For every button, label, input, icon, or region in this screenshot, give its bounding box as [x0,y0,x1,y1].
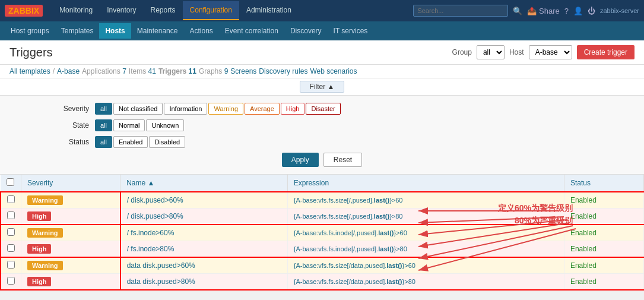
status-buttons: all Enabled Disabled [95,136,185,148]
triggers-table: Severity Name ▲ Expression Status Warnin… [0,175,644,290]
breadcrumb-graphs[interactable]: Graphs 9 [199,67,228,75]
row-checkbox[interactable] [7,228,15,236]
sev-btn-high[interactable]: High [281,103,305,115]
breadcrumb: All templates / A-base Applications 7 It… [0,65,644,78]
breadcrumb-all-templates[interactable]: All templates [9,67,50,75]
trigger-status: Enabled [564,225,643,241]
nav-monitoring[interactable]: Monitoring [52,1,100,20]
nav-administration[interactable]: Administration [239,1,299,20]
breadcrumb-applications[interactable]: Applications 7 [82,67,126,75]
trigger-name[interactable]: / disk.pused>60% [120,192,288,209]
filter-actions: Apply Reset [0,153,644,167]
state-buttons: all Normal Unknown [95,119,184,131]
server-label: zabbix-server [600,7,639,14]
col-name: Name ▲ [120,175,288,192]
help-icon[interactable]: ? [564,7,569,15]
status-btn-all[interactable]: all [95,136,112,148]
trigger-name[interactable]: data disk.pused>80% [120,274,288,290]
nav-templates[interactable]: Templates [55,23,100,39]
sev-btn-warning[interactable]: Warning [208,103,243,115]
nav-event-correlation[interactable]: Event correlation [219,23,284,39]
select-all-checkbox[interactable] [7,178,14,186]
group-select[interactable]: all [477,45,505,59]
row-checkbox[interactable] [7,195,15,203]
severity-badge: Warning [27,261,63,270]
status-btn-enabled[interactable]: Enabled [113,136,148,148]
severity-badge: High [27,211,51,221]
page-header: Triggers Group all Host A-base Create tr… [0,40,644,65]
trigger-status: Enabled [564,274,643,290]
sev-btn-all[interactable]: all [95,103,112,115]
sev-btn-disaster[interactable]: Disaster [306,103,340,115]
nav-reports[interactable]: Reports [144,1,183,20]
breadcrumb-web-scenarios[interactable]: Web scenarios [310,67,357,75]
severity-label: Severity [47,105,89,113]
zabbix-logo: ZABBIX [5,5,43,17]
filter-bar: Filter ▲ Severity all Not classified Inf… [0,78,644,175]
row-checkbox[interactable] [7,277,15,285]
state-btn-all[interactable]: all [95,119,112,131]
status-label: Status [47,138,89,146]
state-label: State [47,121,89,130]
table-row: High/ disk.pused>80%{A-base:vfs.fs.size[… [1,209,644,225]
apply-button[interactable]: Apply [282,153,319,167]
breadcrumb-discovery-rules[interactable]: Discovery rules [259,67,307,75]
triggers-table-section: Severity Name ▲ Expression Status Warnin… [0,175,644,290]
search-icon[interactable]: 🔍 [513,7,522,15]
trigger-expression: {A-base:vfs.fs.size[/data,pused].last()}… [287,274,564,290]
trigger-status: Enabled [564,192,643,209]
filter-severity-row: Severity all Not classified Information … [0,103,644,115]
trigger-name[interactable]: / fs.inode>80% [120,241,288,258]
status-btn-disabled[interactable]: Disabled [149,136,185,148]
state-btn-normal[interactable]: Normal [113,119,145,131]
nav-configuration[interactable]: Configuration [183,1,239,20]
logo-text: ZABBIX [8,6,39,15]
trigger-name[interactable]: / fs.inode>60% [120,225,288,241]
table-row: Warningdata disk.pused>60%{A-base:vfs.fs… [1,257,644,274]
reset-button[interactable]: Reset [323,153,362,167]
nav-discovery[interactable]: Discovery [284,23,328,39]
table-row: Warning/ fs.inode>60%{A-base:vfs.fs.inod… [1,225,644,241]
row-checkbox[interactable] [7,211,15,219]
breadcrumb-screens[interactable]: Screens [230,67,256,75]
nav-actions[interactable]: Actions [183,23,218,39]
trigger-name[interactable]: data disk.pused>60% [120,257,288,274]
filter-toggle-button[interactable]: Filter ▲ [300,81,345,93]
trigger-status: Enabled [564,209,643,225]
search-input[interactable] [413,5,508,17]
trigger-status: Enabled [564,257,643,274]
row-checkbox[interactable] [7,244,15,252]
col-status: Status [564,175,643,192]
severity-buttons: all Not classified Information Warning A… [95,103,341,115]
filter-status-row: Status all Enabled Disabled [0,136,644,148]
trigger-name[interactable]: / disk.pused>80% [120,209,288,225]
host-select[interactable]: A-base [529,45,572,59]
sev-btn-information[interactable]: Information [164,103,207,115]
nav-hosts[interactable]: Hosts [99,23,131,39]
table-row: High/ fs.inode>80%{A-base:vfs.fs.inode[/… [1,241,644,258]
breadcrumb-triggers[interactable]: Triggers 11 [158,67,196,75]
state-btn-unknown[interactable]: Unknown [146,119,184,131]
create-trigger-button[interactable]: Create trigger [577,45,635,59]
nav-it-services[interactable]: IT services [328,23,374,39]
nav-inventory[interactable]: Inventory [100,1,143,20]
severity-badge: High [27,277,51,286]
breadcrumb-items[interactable]: Items 41 [129,67,156,75]
second-navigation: Host groups Templates Hosts Maintenance … [0,21,644,40]
table-row: Warning/ disk.pused>60%{A-base:vfs.fs.si… [1,192,644,209]
user-icon[interactable]: 👤 [573,7,583,15]
logout-icon[interactable]: ⏻ [588,7,595,15]
breadcrumb-a-base[interactable]: A-base [57,67,80,75]
sev-btn-average[interactable]: Average [245,103,280,115]
sev-btn-not-classified[interactable]: Not classified [113,103,163,115]
col-expression: Expression [287,175,564,192]
nav-host-groups[interactable]: Host groups [5,23,55,39]
nav-maintenance[interactable]: Maintenance [131,23,184,39]
group-label: Group [452,48,472,56]
trigger-expression: {A-base:vfs.fs.inode[/,pused].last()}>80 [287,241,564,258]
filter-toggle-area: Filter ▲ [0,78,644,95]
row-checkbox[interactable] [7,261,15,269]
trigger-expression: {A-base:vfs.fs.size[/,pused].last()}>80 [287,209,564,225]
share-button[interactable]: 📤 Share [527,7,559,15]
page-title: Triggers [9,46,452,59]
